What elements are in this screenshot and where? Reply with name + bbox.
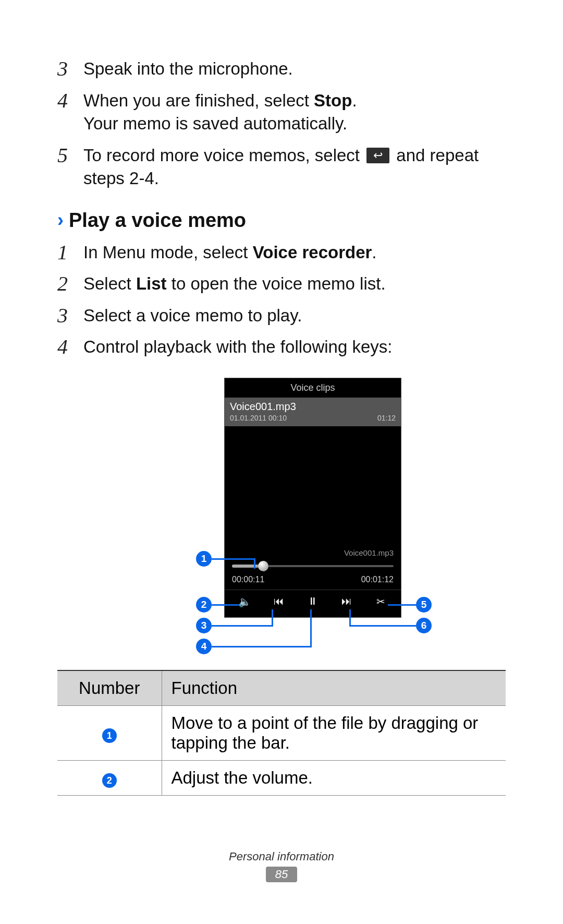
line-5 (388, 604, 416, 606)
line-6h (349, 625, 416, 627)
progress-bar[interactable] (232, 560, 394, 572)
line-3h (212, 625, 273, 627)
callout-6: 6 (416, 618, 432, 633)
clip-date: 01.01.2011 00:10 (230, 414, 287, 422)
volume-icon[interactable]: 🔈 (235, 595, 255, 608)
row-badge-1: 1 (102, 728, 117, 743)
time-total: 00:01:12 (361, 575, 394, 584)
pause-icon[interactable]: ⏸ (302, 595, 323, 607)
section-title: Play a voice memo (69, 209, 246, 232)
line-4h (212, 646, 312, 647)
step-number: 4 (57, 335, 83, 357)
step-number: 3 (57, 304, 83, 326)
prev-icon[interactable]: ⏮ (268, 595, 289, 607)
next-icon[interactable]: ⏭ (336, 595, 357, 607)
chevron-icon: › (57, 211, 64, 230)
table-row: 1 Move to a point of the file by draggin… (57, 705, 506, 760)
phone-mock: Voice clips Voice001.mp3 01.01.2011 00:1… (224, 378, 401, 618)
step-text: Speak into the microphone. (83, 57, 293, 81)
play-step-1: 1 In Menu mode, select Voice recorder. (57, 241, 506, 265)
step-number: 2 (57, 272, 83, 294)
step-text: Select List to open the voice memo list. (83, 272, 386, 296)
step-text: When you are finished, select Stop. Your… (83, 89, 357, 136)
callout-1: 1 (196, 551, 212, 567)
progress-fill (232, 565, 261, 568)
step-text: In Menu mode, select Voice recorder. (83, 241, 377, 265)
th-function: Function (162, 670, 506, 706)
time-elapsed: 00:00:11 (232, 575, 264, 584)
back-icon: ↩ (366, 148, 389, 163)
th-number: Number (57, 670, 162, 706)
row-badge-2: 2 (102, 773, 117, 788)
screen-title: Voice clips (225, 378, 401, 398)
step-text: Control playback with the following keys… (83, 335, 392, 359)
phone-body (225, 426, 401, 546)
step-text: Select a voice memo to play. (83, 304, 302, 328)
clip-duration: 01:12 (377, 414, 396, 422)
trim-icon[interactable]: ✂ (370, 595, 391, 608)
play-step-3: 3 Select a voice memo to play. (57, 304, 506, 328)
row-fn-1: Move to a point of the file by dragging … (162, 705, 506, 760)
play-step-4: 4 Control playback with the following ke… (57, 335, 506, 359)
play-step-2: 2 Select List to open the voice memo lis… (57, 272, 506, 296)
step-number: 3 (57, 57, 83, 79)
line-1h (212, 558, 255, 560)
footer-section: Personal information (0, 850, 563, 863)
line-3v (272, 609, 273, 627)
record-steps-continued: 3 Speak into the microphone. 4 When you … (57, 57, 506, 190)
step-text: To record more voice memos, select ↩ and… (83, 144, 506, 190)
section-heading: › Play a voice memo (57, 209, 506, 232)
line-6v (349, 609, 351, 627)
callout-5: 5 (416, 597, 432, 613)
playback-controls: 🔈 ⏮ ⏸ ⏭ ✂ (225, 590, 401, 614)
callout-2: 2 (196, 597, 212, 613)
callout-4: 4 (196, 639, 212, 654)
step-3: 3 Speak into the microphone. (57, 57, 506, 81)
page-number: 85 (266, 867, 297, 882)
line-4v (310, 609, 312, 647)
line-1v (254, 558, 255, 569)
step-number: 5 (57, 144, 83, 166)
row-fn-2: Adjust the volume. (162, 760, 506, 796)
table-row: 2 Adjust the volume. (57, 760, 506, 796)
page-footer: Personal information 85 (0, 850, 563, 882)
step-5: 5 To record more voice memos, select ↩ a… (57, 144, 506, 190)
clip-filename: Voice001.mp3 (230, 401, 396, 413)
step-number: 1 (57, 241, 83, 263)
screenshot-diagram: Voice clips Voice001.mp3 01.01.2011 00:1… (57, 378, 506, 659)
play-steps: 1 In Menu mode, select Voice recorder. 2… (57, 241, 506, 359)
clip-row: Voice001.mp3 01.01.2011 00:10 01:12 (225, 398, 401, 426)
line-2 (212, 604, 239, 606)
progress-thumb[interactable] (258, 561, 268, 571)
callout-3: 3 (196, 618, 212, 633)
step-4: 4 When you are finished, select Stop. Yo… (57, 89, 506, 136)
step-number: 4 (57, 89, 83, 111)
function-table: Number Function 1 Move to a point of the… (57, 670, 506, 796)
